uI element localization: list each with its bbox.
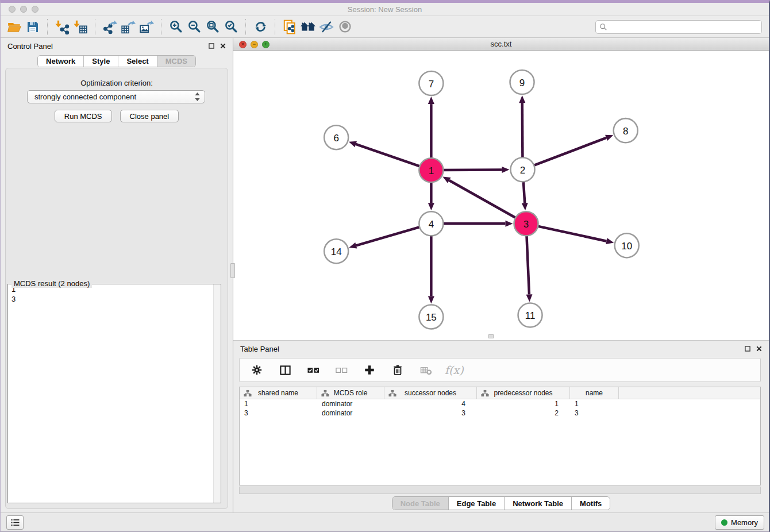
splitter-handle[interactable] bbox=[230, 263, 235, 278]
graph-edge-2-3[interactable] bbox=[522, 180, 528, 211]
graph-edge-4-3[interactable] bbox=[441, 221, 513, 227]
graph-node-10[interactable]: 10 bbox=[615, 234, 639, 258]
search-field[interactable] bbox=[595, 20, 762, 34]
tab-network[interactable]: Network bbox=[38, 56, 83, 67]
graph-edge-2-9[interactable] bbox=[519, 96, 525, 160]
apply-preferred-layout-button[interactable] bbox=[251, 18, 270, 36]
graph-node-4[interactable]: 4 bbox=[419, 212, 443, 236]
clone-network-icon bbox=[282, 20, 297, 34]
open-session-button[interactable] bbox=[5, 18, 24, 36]
cell-name[interactable]: 1 bbox=[570, 399, 619, 408]
graph-node-9[interactable]: 9 bbox=[510, 71, 534, 95]
column-header-name[interactable]: name bbox=[570, 387, 619, 399]
table-row[interactable]: 3 dominator 3 2 3 bbox=[240, 408, 760, 418]
result-scrollbar[interactable] bbox=[213, 284, 221, 503]
zoom-selected-button[interactable] bbox=[222, 18, 240, 36]
memory-button[interactable]: Memory bbox=[715, 515, 764, 530]
minimize-window-button[interactable] bbox=[20, 6, 27, 13]
table-row[interactable]: 1 dominator 4 1 1 bbox=[240, 399, 760, 408]
graph-node-7[interactable]: 7 bbox=[419, 72, 443, 96]
graph-edge-1-6[interactable] bbox=[349, 141, 421, 167]
tab-style[interactable]: Style bbox=[83, 56, 118, 67]
zoom-fit-button[interactable] bbox=[203, 18, 222, 36]
criterion-dropdown[interactable]: strongly connected component bbox=[27, 90, 205, 103]
network-home-button[interactable] bbox=[299, 18, 317, 36]
column-header-shared-name[interactable]: shared name bbox=[240, 387, 317, 399]
graph-node-8[interactable]: 8 bbox=[614, 119, 638, 143]
tab-edge-table[interactable]: Edge Table bbox=[448, 497, 504, 510]
cell-mcds-role[interactable]: dominator bbox=[317, 408, 384, 418]
graph-edge-1-7[interactable] bbox=[428, 97, 434, 160]
cell-name[interactable]: 3 bbox=[570, 408, 619, 418]
tab-node-table[interactable]: Node Table bbox=[392, 497, 448, 510]
split-view-button[interactable] bbox=[276, 361, 294, 379]
export-image-button[interactable] bbox=[137, 18, 156, 36]
unselect-all-columns-button[interactable] bbox=[332, 361, 351, 379]
add-column-button[interactable] bbox=[360, 361, 379, 379]
hide-visual-details-button[interactable] bbox=[317, 18, 336, 36]
select-all-columns-button[interactable] bbox=[304, 361, 322, 379]
graph-edge-4-14[interactable] bbox=[349, 227, 421, 249]
zoom-window-button[interactable] bbox=[32, 6, 38, 13]
graph-edge-3-11[interactable] bbox=[526, 234, 532, 302]
eye-icon bbox=[338, 20, 352, 34]
search-input[interactable] bbox=[607, 23, 758, 32]
task-history-button[interactable] bbox=[6, 515, 24, 530]
float-panel-icon[interactable] bbox=[745, 346, 750, 352]
graph-edge-3-10[interactable] bbox=[536, 226, 614, 245]
graph-node-15[interactable]: 15 bbox=[419, 305, 443, 329]
network-canvas[interactable]: 1234678910111415 bbox=[233, 51, 769, 340]
close-panel-icon[interactable] bbox=[220, 43, 226, 49]
mcds-result-item[interactable]: 3 bbox=[8, 294, 221, 304]
close-panel-button[interactable]: Close panel bbox=[120, 110, 179, 122]
graph-node-3[interactable]: 3 bbox=[514, 212, 538, 236]
network-close-button[interactable]: ✕ bbox=[239, 41, 247, 48]
table-scrollbar-track[interactable] bbox=[239, 487, 761, 494]
graph-node-2[interactable]: 2 bbox=[511, 158, 535, 182]
save-session-button[interactable] bbox=[24, 18, 42, 36]
table-settings-button[interactable] bbox=[248, 361, 266, 379]
cell-predecessor-nodes[interactable]: 2 bbox=[477, 408, 570, 418]
preview-eye-button[interactable] bbox=[336, 18, 354, 36]
tab-network-table[interactable]: Network Table bbox=[504, 497, 571, 510]
graph-node-6[interactable]: 6 bbox=[324, 126, 348, 150]
graph-edge-4-15[interactable] bbox=[428, 234, 434, 304]
graph-node-11[interactable]: 11 bbox=[518, 303, 542, 327]
network-maximize-button[interactable]: + bbox=[262, 41, 270, 48]
float-panel-icon[interactable] bbox=[209, 43, 214, 49]
tab-motifs[interactable]: Motifs bbox=[571, 497, 610, 510]
cell-mcds-role[interactable]: dominator bbox=[317, 399, 384, 408]
graph-edge-1-2[interactable] bbox=[441, 167, 509, 173]
export-network-button[interactable] bbox=[101, 18, 119, 36]
tab-select[interactable]: Select bbox=[118, 56, 156, 67]
column-header-mcds-role[interactable]: MCDS role bbox=[317, 387, 384, 399]
graph-edge-3-1[interactable] bbox=[442, 177, 517, 219]
cell-successor-nodes[interactable]: 3 bbox=[384, 408, 477, 418]
delete-table-button[interactable] bbox=[417, 361, 435, 379]
run-mcds-button[interactable]: Run MCDS bbox=[55, 110, 112, 122]
delete-column-button[interactable] bbox=[388, 361, 407, 379]
column-header-successor-nodes[interactable]: successor nodes bbox=[384, 387, 477, 399]
column-header-predecessor-nodes[interactable]: predecessor nodes bbox=[477, 387, 570, 399]
cell-shared-name[interactable]: 3 bbox=[240, 408, 317, 418]
graph-edge-1-4[interactable] bbox=[428, 181, 434, 211]
tab-mcds[interactable]: MCDS bbox=[157, 56, 195, 67]
graph-edge-2-8[interactable] bbox=[532, 135, 613, 166]
close-panel-icon[interactable] bbox=[756, 346, 762, 352]
network-minimize-button[interactable]: − bbox=[251, 41, 258, 48]
zoom-out-icon bbox=[187, 20, 202, 34]
graph-node-1[interactable]: 1 bbox=[419, 159, 443, 183]
cell-successor-nodes[interactable]: 4 bbox=[384, 399, 477, 408]
graph-node-14[interactable]: 14 bbox=[324, 240, 348, 264]
cell-predecessor-nodes[interactable]: 1 bbox=[477, 399, 570, 408]
cell-shared-name[interactable]: 1 bbox=[240, 399, 317, 408]
export-table-button[interactable] bbox=[119, 18, 137, 36]
function-builder-button[interactable]: f(x) bbox=[445, 364, 464, 376]
zoom-out-button[interactable] bbox=[185, 18, 203, 36]
close-window-button[interactable] bbox=[9, 6, 16, 13]
zoom-in-button[interactable] bbox=[167, 18, 185, 36]
import-table-button[interactable] bbox=[71, 18, 90, 36]
canvas-scroll-thumb[interactable] bbox=[488, 334, 494, 338]
clone-network-button[interactable] bbox=[280, 18, 299, 36]
import-network-button[interactable] bbox=[53, 18, 71, 36]
